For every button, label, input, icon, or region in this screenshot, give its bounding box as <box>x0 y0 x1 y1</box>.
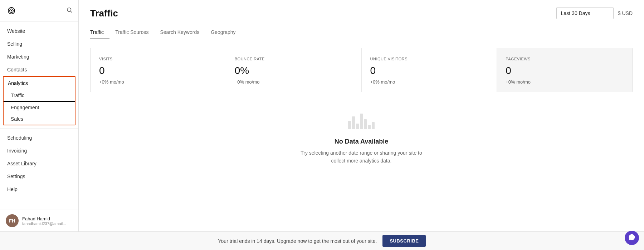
stat-change-bounce-rate: +0% mo/mo <box>235 79 353 85</box>
stat-card-unique-visitors: UNIQUE VISITORS 0 +0% mo/mo <box>362 48 497 92</box>
sidebar-item-sales[interactable]: Sales <box>4 113 75 125</box>
currency-label: $ USD <box>618 10 633 16</box>
tab-search-keywords[interactable]: Search Keywords <box>155 25 205 39</box>
user-info: Fahad Hamid fahadhamid237@amail... <box>22 216 73 226</box>
user-profile[interactable]: FH Fahad Hamid fahadhamid237@amail... <box>0 210 78 231</box>
avatar: FH <box>6 214 19 227</box>
navigation: Website Selling Marketing Contacts Analy… <box>0 22 78 210</box>
tab-traffic-sources[interactable]: Traffic Sources <box>109 25 154 39</box>
nav-divider <box>0 128 78 129</box>
tabs-bar: Traffic Traffic Sources Search Keywords … <box>79 25 644 39</box>
subscribe-button[interactable]: SUBSCRIBE <box>382 235 426 247</box>
header-right: Last 30 Days Last 7 Days Last 90 Days La… <box>556 7 633 19</box>
stat-card-pageviews: PAGEVIEWS 0 +0% mo/mo <box>497 48 632 92</box>
sidebar-item-asset-library[interactable]: Asset Library <box>0 157 78 170</box>
sidebar-item-scheduling[interactable]: Scheduling <box>0 131 78 144</box>
svg-point-1 <box>67 8 71 12</box>
stat-label-pageviews: PAGEVIEWS <box>506 57 531 62</box>
bar-chart-icon <box>348 114 375 129</box>
sidebar-item-website[interactable]: Website <box>0 25 78 38</box>
content-area: VISITS 0 +0% mo/mo BOUNCE RATE 0% +0% mo… <box>79 39 644 231</box>
tab-traffic[interactable]: Traffic <box>90 25 109 39</box>
sidebar-item-engagement[interactable]: Engagement <box>4 102 75 113</box>
main-content: Traffic Last 30 Days Last 7 Days Last 90… <box>79 0 644 231</box>
sidebar-item-analytics[interactable]: Analytics <box>4 77 75 90</box>
sidebar-item-settings[interactable]: Settings <box>0 170 78 183</box>
stat-value-pageviews: 0 <box>506 65 624 76</box>
stat-change-unique-visitors: +0% mo/mo <box>370 79 488 85</box>
stat-value-unique-visitors: 0 <box>370 65 488 76</box>
trial-banner: Your trial ends in 14 days. Upgrade now … <box>0 231 644 250</box>
trial-banner-text: Your trial ends in 14 days. Upgrade now … <box>218 238 377 244</box>
sidebar-item-help[interactable]: Help <box>0 183 78 196</box>
user-email: fahadhamid237@amail... <box>22 221 73 226</box>
stat-label-visits: VISITS <box>99 57 113 62</box>
stat-label-bounce-rate: BOUNCE RATE <box>235 57 265 62</box>
sidebar-item-selling[interactable]: Selling <box>0 38 78 50</box>
no-data-area: No Data Available Try selecting another … <box>90 92 633 186</box>
stat-card-visits: VISITS 0 +0% mo/mo <box>91 48 226 92</box>
stat-change-pageviews: +0% mo/mo <box>506 79 624 85</box>
date-range-select[interactable]: Last 30 Days Last 7 Days Last 90 Days La… <box>556 7 614 19</box>
sidebar-item-traffic[interactable]: Traffic <box>4 90 75 102</box>
date-selector-wrapper: Last 30 Days Last 7 Days Last 90 Days La… <box>556 7 614 19</box>
no-data-description: Try selecting another date range or shar… <box>301 149 422 165</box>
page-title: Traffic <box>90 8 118 19</box>
stat-value-bounce-rate: 0% <box>235 65 353 76</box>
app-logo[interactable] <box>6 5 17 16</box>
stat-value-visits: 0 <box>99 65 217 76</box>
analytics-section: Analytics Traffic Engagement Sales <box>3 76 75 125</box>
sidebar: Website Selling Marketing Contacts Analy… <box>0 0 79 231</box>
stat-change-visits: +0% mo/mo <box>99 79 217 85</box>
stat-card-bounce-rate: BOUNCE RATE 0% +0% mo/mo <box>226 48 362 92</box>
svg-line-2 <box>70 11 72 12</box>
chat-icon <box>628 234 635 242</box>
sidebar-item-contacts[interactable]: Contacts <box>0 63 78 76</box>
search-icon[interactable] <box>66 7 73 15</box>
sidebar-top <box>0 0 78 22</box>
stats-row: VISITS 0 +0% mo/mo BOUNCE RATE 0% +0% mo… <box>90 48 633 92</box>
main-header: Traffic Last 30 Days Last 7 Days Last 90… <box>79 0 644 19</box>
no-data-title: No Data Available <box>335 138 389 145</box>
sidebar-item-invoicing[interactable]: Invoicing <box>0 144 78 157</box>
sidebar-item-marketing[interactable]: Marketing <box>0 50 78 63</box>
chat-bubble[interactable] <box>625 231 639 245</box>
stat-label-unique-visitors: UNIQUE VISITORS <box>370 57 408 62</box>
tab-geography[interactable]: Geography <box>205 25 241 39</box>
user-name: Fahad Hamid <box>22 216 73 221</box>
